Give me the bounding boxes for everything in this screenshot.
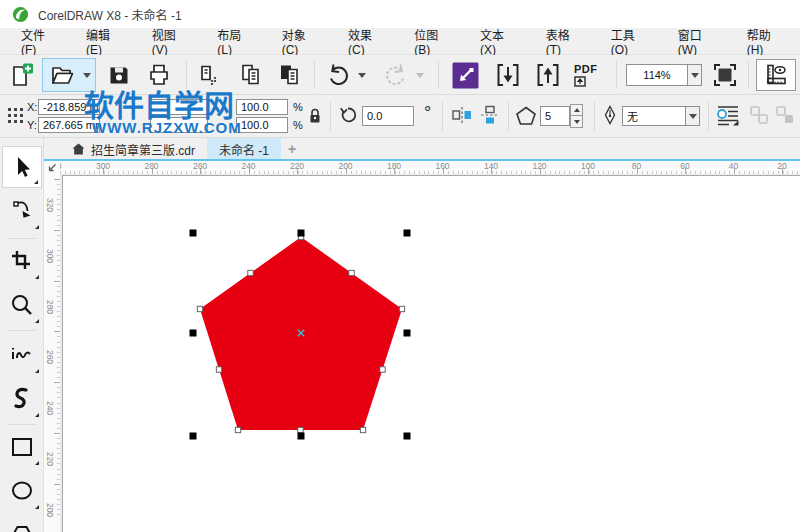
tool-artistic-media[interactable] [2, 378, 42, 420]
vertical-ruler[interactable]: 320300280260240220200 [44, 174, 60, 532]
hruler-label: 180 [387, 161, 401, 171]
tab-document-2-label: 未命名 -1 [219, 141, 269, 158]
outline-width-field[interactable]: 无 [622, 106, 686, 126]
polygon-points-field[interactable]: 5 [540, 106, 570, 126]
toolbar-separator [314, 61, 315, 89]
publish-to-pdf-button[interactable]: PDF [574, 58, 610, 92]
menu-item-1[interactable]: 编辑(E) [73, 28, 139, 54]
tab-document-1[interactable]: 招生简章第三版.cdr [60, 138, 207, 160]
paste-button[interactable] [274, 58, 306, 92]
export-button[interactable] [532, 58, 564, 92]
scale-vertical-field[interactable]: 100.0 [236, 117, 288, 133]
hruler-label: 200 [338, 161, 352, 171]
import-button[interactable] [492, 58, 524, 92]
tool-shape[interactable] [2, 190, 42, 232]
new-tab-button[interactable]: + [281, 138, 303, 160]
menu-item-7[interactable]: 文本(X) [467, 28, 533, 54]
y-position-value: 267.665 mm [43, 119, 100, 131]
lock-ratio-button[interactable] [306, 103, 324, 127]
print-button[interactable] [144, 58, 174, 92]
propbar-separator [330, 102, 331, 131]
show-rulers-toggle[interactable] [756, 59, 796, 91]
scale-vertical-value: 100.0 [241, 119, 269, 131]
mirror-horizontal-button[interactable] [450, 103, 474, 127]
tool-ellipse[interactable] [2, 470, 42, 512]
menu-item-10[interactable]: 窗口(W) [665, 28, 734, 54]
chevron-down-icon [416, 73, 424, 78]
hruler-label: 260 [193, 161, 207, 171]
propbar-separator [708, 102, 709, 131]
open-button[interactable] [44, 62, 80, 88]
page-area[interactable] [62, 175, 800, 532]
cut-button[interactable] [194, 58, 224, 92]
chevron-down-icon [689, 114, 697, 119]
polygon-points-value: 5 [545, 110, 551, 122]
outline-width-dropdown-button[interactable] [686, 106, 700, 126]
horizontal-ruler[interactable]: 3203002802602402202001801601401201008060… [44, 161, 800, 174]
tool-zoom[interactable] [2, 284, 42, 326]
triangle-up-icon [574, 108, 580, 112]
zoom-level-value: 114% [643, 69, 670, 81]
toolbar-separator [438, 61, 439, 89]
scale-horizontal-field[interactable]: 100.0 [236, 99, 288, 115]
menu-item-9[interactable]: 工具(O) [598, 28, 665, 54]
copy-button[interactable] [236, 58, 268, 92]
open-dropdown-button[interactable] [80, 73, 94, 78]
tool-freehand[interactable] [2, 334, 42, 376]
vruler-label: 300 [45, 249, 55, 263]
tool-rectangle[interactable] [2, 426, 42, 468]
document-tab-bar: 招生简章第三版.cdr 未命名 -1 + [0, 138, 800, 160]
chain-link-button-1[interactable] [748, 103, 770, 127]
x-position-field[interactable]: -218.859 mm [38, 99, 100, 115]
hruler-label: 160 [435, 161, 449, 171]
drawing-canvas[interactable] [60, 174, 800, 532]
coreldraw-window: CorelDRAW X8 - 未命名 -1 文件(F)编辑(E)视图(V)布局(… [0, 0, 800, 532]
mirror-vertical-button[interactable] [478, 103, 502, 127]
rotation-icon [337, 103, 359, 127]
save-button[interactable] [104, 58, 134, 92]
rectangle-tool-icon [9, 434, 35, 460]
menu-item-11[interactable]: 帮助(H) [734, 28, 800, 54]
hruler-label: 140 [484, 161, 498, 171]
undo-dropdown-button[interactable] [356, 58, 368, 92]
tab-document-1-label: 招生简章第三版.cdr [91, 141, 195, 158]
tool-polygon[interactable] [2, 514, 42, 532]
zoom-level-dropdown-button[interactable] [688, 64, 702, 86]
hruler-label: 220 [290, 161, 304, 171]
spinner-down-button[interactable] [570, 116, 583, 128]
wrap-text-button[interactable] [714, 103, 742, 127]
open-button-group [42, 58, 96, 92]
ruler-origin-corner[interactable] [44, 161, 60, 174]
object-width-field[interactable] [150, 99, 208, 115]
menu-item-8[interactable]: 表格(T) [533, 28, 598, 54]
fullscreen-preview-button[interactable] [708, 58, 742, 92]
polygon-icon [514, 103, 538, 127]
zoom-level-field[interactable]: 114% [626, 64, 688, 86]
hruler-label: 80 [632, 161, 641, 171]
toolbox-separator [8, 238, 36, 239]
polygon-points-spinner[interactable] [570, 104, 583, 128]
tab-document-2-active[interactable]: 未命名 -1 [207, 138, 281, 160]
menu-item-2[interactable]: 视图(V) [139, 28, 205, 54]
menu-item-4[interactable]: 对象(C) [269, 28, 335, 54]
chain-link-button-2[interactable] [774, 103, 796, 127]
redo-button[interactable] [380, 58, 412, 92]
search-content-button[interactable] [450, 58, 480, 92]
menu-item-0[interactable]: 文件(F) [8, 28, 73, 54]
propbar-separator [508, 102, 509, 131]
y-position-field[interactable]: 267.665 mm [38, 117, 100, 133]
hruler-label: 300 [96, 161, 110, 171]
undo-button[interactable] [322, 58, 354, 92]
tool-crop[interactable] [2, 240, 42, 282]
tool-pick[interactable] [2, 146, 42, 188]
menu-item-5[interactable]: 效果(C) [335, 28, 401, 54]
new-document-button[interactable] [7, 58, 37, 92]
object-height-field[interactable] [150, 117, 208, 133]
redo-dropdown-button[interactable] [414, 58, 426, 92]
rotation-angle-field[interactable]: 0.0 [362, 106, 414, 126]
wrap-text-icon [716, 104, 740, 126]
menu-item-6[interactable]: 位图(B) [401, 28, 467, 54]
menu-item-3[interactable]: 布局(L) [204, 28, 268, 54]
chevron-down-icon [358, 73, 366, 78]
spinner-up-button[interactable] [570, 104, 583, 116]
